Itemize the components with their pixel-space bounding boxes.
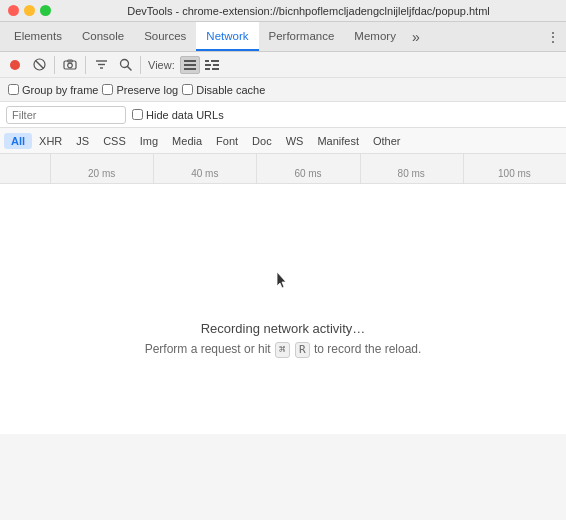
group-by-frame-label[interactable]: Group by frame bbox=[8, 84, 98, 96]
svg-rect-15 bbox=[211, 60, 219, 62]
svg-rect-17 bbox=[213, 64, 219, 66]
toolbar-row1: View: bbox=[0, 52, 566, 78]
timeline-header: 20 ms 40 ms 60 ms 80 ms 100 ms bbox=[0, 154, 566, 184]
toolbar-row2: Group by frame Preserve log Disable cach… bbox=[0, 78, 566, 102]
filter-bar: Hide data URLs bbox=[0, 102, 566, 128]
group-by-frame-checkbox[interactable] bbox=[8, 84, 19, 95]
type-filter-xhr[interactable]: XHR bbox=[32, 133, 69, 149]
separator3 bbox=[140, 56, 141, 74]
tab-network[interactable]: Network bbox=[196, 22, 258, 51]
svg-line-2 bbox=[35, 61, 43, 69]
filter-input[interactable] bbox=[6, 106, 126, 124]
hide-data-urls-checkbox[interactable] bbox=[132, 109, 143, 120]
separator1 bbox=[54, 56, 55, 74]
minimize-button[interactable] bbox=[24, 5, 35, 16]
titlebar: DevTools - chrome-extension://bicnhpofle… bbox=[0, 0, 566, 22]
window-title: DevTools - chrome-extension://bicnhpofle… bbox=[59, 5, 558, 17]
cursor-icon bbox=[276, 271, 290, 291]
type-filter-css[interactable]: CSS bbox=[96, 133, 133, 149]
hide-data-urls-label[interactable]: Hide data URLs bbox=[132, 109, 224, 121]
view-label: View: bbox=[148, 59, 175, 71]
tab-console[interactable]: Console bbox=[72, 22, 134, 51]
type-filter-all[interactable]: All bbox=[4, 133, 32, 149]
svg-rect-16 bbox=[205, 64, 211, 66]
timeline-line-1 bbox=[50, 154, 153, 183]
timeline-line-5 bbox=[463, 154, 566, 183]
svg-rect-13 bbox=[184, 68, 196, 70]
hint-message: Perform a request or hit ⌘ R to record t… bbox=[145, 342, 422, 358]
type-filter-ws[interactable]: WS bbox=[279, 133, 311, 149]
type-filter-js[interactable]: JS bbox=[69, 133, 96, 149]
recording-message: Recording network activity… bbox=[201, 321, 366, 336]
close-button[interactable] bbox=[8, 5, 19, 16]
type-filter-other[interactable]: Other bbox=[366, 133, 408, 149]
record-button[interactable] bbox=[4, 54, 26, 76]
svg-rect-18 bbox=[205, 68, 210, 70]
timeline-line-3 bbox=[256, 154, 359, 183]
svg-point-0 bbox=[10, 60, 20, 70]
timeline-line-2 bbox=[153, 154, 256, 183]
svg-rect-12 bbox=[184, 64, 196, 66]
view-waterfall-button[interactable] bbox=[202, 56, 222, 74]
disable-cache-checkbox[interactable] bbox=[182, 84, 193, 95]
clear-button[interactable] bbox=[28, 54, 50, 76]
tab-sources[interactable]: Sources bbox=[134, 22, 196, 51]
view-list-button[interactable] bbox=[180, 56, 200, 74]
cmd-key: ⌘ bbox=[275, 342, 290, 358]
svg-marker-20 bbox=[277, 272, 286, 288]
type-filter-bar: All XHR JS CSS Img Media Font Doc WS Man… bbox=[0, 128, 566, 154]
tab-bar: Elements Console Sources Network Perform… bbox=[0, 22, 566, 52]
type-filter-font[interactable]: Font bbox=[209, 133, 245, 149]
timeline-line-4 bbox=[360, 154, 463, 183]
devtools-menu-button[interactable]: ⋮ bbox=[540, 22, 566, 51]
tab-memory[interactable]: Memory bbox=[344, 22, 406, 51]
type-filter-manifest[interactable]: Manifest bbox=[310, 133, 366, 149]
disable-cache-label[interactable]: Disable cache bbox=[182, 84, 265, 96]
type-filter-doc[interactable]: Doc bbox=[245, 133, 279, 149]
filter-button[interactable] bbox=[90, 54, 112, 76]
svg-line-10 bbox=[127, 67, 131, 71]
window-controls bbox=[8, 5, 51, 16]
type-filter-media[interactable]: Media bbox=[165, 133, 209, 149]
preserve-log-checkbox[interactable] bbox=[102, 84, 113, 95]
more-tabs-button[interactable]: » bbox=[406, 22, 426, 51]
preserve-log-label[interactable]: Preserve log bbox=[102, 84, 178, 96]
tab-performance[interactable]: Performance bbox=[259, 22, 345, 51]
tab-elements[interactable]: Elements bbox=[4, 22, 72, 51]
svg-rect-19 bbox=[212, 68, 219, 70]
maximize-button[interactable] bbox=[40, 5, 51, 16]
r-key: R bbox=[295, 342, 310, 358]
search-button[interactable] bbox=[114, 54, 136, 76]
svg-point-4 bbox=[68, 63, 73, 68]
main-content: Recording network activity… Perform a re… bbox=[0, 184, 566, 434]
camera-button[interactable] bbox=[59, 54, 81, 76]
svg-rect-11 bbox=[184, 60, 196, 62]
svg-rect-14 bbox=[205, 60, 209, 62]
separator2 bbox=[85, 56, 86, 74]
type-filter-img[interactable]: Img bbox=[133, 133, 165, 149]
